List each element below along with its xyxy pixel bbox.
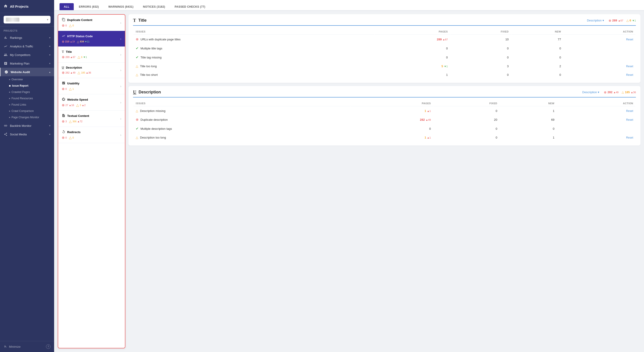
- sidebar-item-backlink[interactable]: Backlink Monitor ▾: [0, 121, 54, 130]
- reset-button[interactable]: Reset: [626, 109, 633, 113]
- issue-name-cell: ⊗ Duplicate description: [134, 115, 350, 124]
- project-logo: [6, 18, 20, 22]
- issue-name-cell: △ Title too short: [134, 71, 374, 79]
- row-warning-icon: △: [136, 73, 138, 77]
- description-section-icon: U: [133, 90, 136, 95]
- description-counts: ⊗ 282 ▲49 △ 185 ▲36: [604, 91, 636, 94]
- col-new: NEW: [512, 29, 563, 35]
- speed-icon: [62, 98, 66, 102]
- help-icon[interactable]: ?: [46, 344, 50, 349]
- all-projects-link[interactable]: All Projects: [0, 0, 54, 13]
- reset-button[interactable]: Reset: [626, 73, 633, 77]
- row-warning-icon: △: [136, 109, 138, 113]
- sidebar-sub-item-found-links[interactable]: Found Links: [0, 102, 54, 108]
- right-panel: T Title Description ▾ ⊗ 289 ▲67: [128, 14, 640, 348]
- issue-card-textual[interactable]: Textual Content ⊗ 3 △ 366 ▲72: [58, 111, 125, 127]
- warning-icon: △: [69, 24, 72, 28]
- sidebar-item-website-audit[interactable]: Website Audit ▴: [0, 68, 54, 76]
- sidebar-item-competitors[interactable]: My Competitors ▾: [0, 51, 54, 59]
- issue-card-title[interactable]: T Title ⊗ 289 ▲67 △ 6 ▼1: [58, 47, 125, 63]
- row-ok-icon: ✔: [136, 46, 139, 50]
- tab-notices[interactable]: NOTICES (3182): [139, 3, 169, 10]
- sidebar-item-label-analytics: Analytics & Traffic: [10, 45, 33, 48]
- error-icon-desc: ⊗: [62, 71, 65, 75]
- duplicate-content-icon: [62, 18, 66, 22]
- textual-card-title: Textual Content: [67, 114, 89, 118]
- desc-error-count: ⊗ 282 ▲49: [604, 91, 618, 94]
- sidebar-item-marketing[interactable]: Marketing Plan ▾: [0, 59, 54, 68]
- warning-icon-redirects: △: [69, 136, 72, 140]
- title-dropdown[interactable]: Description ▾: [587, 19, 604, 22]
- error-circle-icon-desc: ⊗: [604, 91, 606, 94]
- sidebar-sub-item-crawl-comparison[interactable]: Crawl Comparison: [0, 108, 54, 114]
- speed-card-title: Website Speed: [67, 98, 88, 101]
- sidebar-sub-item-found-resources[interactable]: Found Resources: [0, 95, 54, 102]
- issue-card-description[interactable]: U Description ⊗ 282 ▲49 △ 185 ▲36: [58, 63, 125, 78]
- tab-passed[interactable]: PASSED CHECKS (77): [170, 3, 210, 10]
- desc-errors: ⊗ 282 ▲49: [62, 71, 75, 75]
- http-errors: ⊗ 210 ▲19: [62, 40, 75, 43]
- title-header-right: Description ▾ ⊗ 289 ▲67 △ 6: [587, 19, 636, 22]
- tab-errors[interactable]: ERRORS (832): [75, 3, 103, 10]
- minimize-button[interactable]: Minimize ?: [0, 341, 54, 352]
- sidebar-sub-item-overview[interactable]: Overview: [0, 76, 54, 83]
- table-row: ✔ Multiple description tags 0 0 0: [134, 124, 636, 133]
- issue-name-cell: △ Description too long: [134, 133, 350, 142]
- warning-triangle-icon: △: [626, 19, 629, 22]
- reset-button[interactable]: Reset: [626, 118, 633, 121]
- sidebar-sub-item-page-changes[interactable]: Page Changes Monitor: [0, 114, 54, 121]
- usability-warnings: △ 1: [69, 87, 74, 91]
- issue-card-usability[interactable]: Usability ⊗ 0 △ 1 ›: [58, 78, 125, 94]
- row-warning-icon: △: [136, 136, 138, 139]
- content-area: Duplicate Content ⊗ 0 △ 0 ›: [54, 11, 644, 352]
- sidebar-item-social[interactable]: Social Media ▾: [0, 130, 54, 139]
- backlink-icon: [4, 124, 8, 128]
- dot-found-links: [9, 104, 10, 105]
- col-fixed-desc: FIXED: [434, 101, 500, 106]
- chevron-right-icon: ›: [120, 21, 121, 25]
- dot-crawled-pages: [9, 92, 10, 93]
- title-icon: T: [62, 50, 64, 54]
- col-fixed: FIXED: [450, 29, 511, 35]
- issue-name-cell: ✔ Title tag missing: [134, 53, 374, 62]
- chevron-down-icon-backlink: ▾: [49, 124, 50, 127]
- tab-all[interactable]: ALL: [60, 3, 74, 10]
- home-icon: [4, 4, 8, 9]
- redirects-card-title: Redirects: [67, 130, 80, 134]
- chevron-down-icon-social: ▾: [49, 133, 50, 136]
- sidebar-item-analytics[interactable]: Analytics & Traffic ▾: [0, 42, 54, 51]
- tab-warnings[interactable]: WARNINGS (8431): [104, 3, 138, 10]
- reset-button[interactable]: Reset: [626, 38, 633, 41]
- title-detail-title: T Title: [133, 18, 146, 23]
- error-icon-usability: ⊗: [62, 87, 65, 91]
- issue-card-http-status[interactable]: HTTP Status Code ⊗ 210 ▲19 △ 634 ▼11: [58, 31, 125, 47]
- sidebar-sub-item-issue-report[interactable]: Issue Report: [0, 83, 54, 89]
- description-issues-table: ISSUES PAGES FIXED NEW ACTION △: [133, 100, 636, 142]
- reset-button[interactable]: Reset: [626, 65, 633, 68]
- row-ok-icon: ✔: [136, 55, 139, 59]
- sidebar-sub-item-crawled-pages[interactable]: Crawled Pages: [0, 89, 54, 95]
- title-card-title: Title: [66, 50, 72, 54]
- sidebar-item-rankings[interactable]: Rankings ▾: [0, 33, 54, 42]
- chevron-down-icon: ▾: [47, 18, 48, 21]
- issue-card-redirects[interactable]: Redirects ⊗ 0 △ 0 ›: [58, 127, 125, 143]
- table-row: ✔ Title tag missing 0 0 0: [134, 53, 636, 62]
- table-row: ⊗ Duplicate description 282 ▲49 20 69 Re…: [134, 115, 636, 124]
- http-status-title: HTTP Status Code: [67, 35, 93, 38]
- error-icon-speed: ⊗: [62, 103, 65, 107]
- chevron-down-icon-competitors: ▾: [49, 54, 50, 56]
- col-issues: ISSUES: [134, 29, 374, 35]
- textual-warnings: △ 366 ▲72: [69, 119, 82, 123]
- warning-icon-usability: △: [69, 87, 72, 91]
- description-detail-header: U Description Description ▾ ⊗ 282 ▲4: [133, 90, 636, 98]
- title-counts: ⊗ 289 ▲67 △ 6 ▼1: [608, 19, 636, 22]
- col-action: ACTION: [564, 29, 636, 35]
- issue-card-website-speed[interactable]: Website Speed ⊗ 27 ▲16 △ 3 ▲2: [58, 94, 125, 111]
- reset-button[interactable]: Reset: [626, 136, 633, 139]
- description-icon: U: [62, 66, 64, 69]
- col-issues-desc: ISSUES: [134, 101, 350, 106]
- project-selector[interactable]: ▾: [4, 16, 50, 24]
- issue-card-duplicate-content[interactable]: Duplicate Content ⊗ 0 △ 0 ›: [58, 15, 125, 31]
- website-audit-icon: [4, 70, 8, 74]
- description-dropdown[interactable]: Description ▾: [582, 91, 599, 94]
